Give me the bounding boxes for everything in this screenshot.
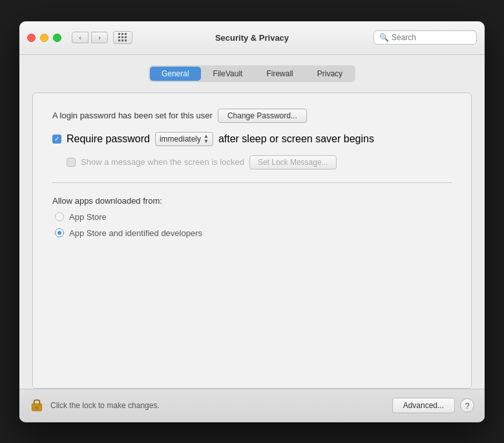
radio-app-store-label: App Store xyxy=(69,212,107,222)
section-divider xyxy=(52,182,452,183)
show-message-label: Show a message when the screen is locked xyxy=(81,157,244,167)
login-password-row: A login password has been set for this u… xyxy=(52,109,452,123)
require-password-label: Require password xyxy=(67,133,150,145)
require-password-checkbox[interactable]: ✓ xyxy=(52,135,61,144)
close-button[interactable] xyxy=(27,34,36,42)
require-password-row: ✓ Require password immediately ▲ ▼ after… xyxy=(52,132,452,146)
content-area: General FileVault Firewall Privacy A log… xyxy=(19,55,485,389)
allow-apps-label: Allow apps downloaded from: xyxy=(52,196,452,206)
main-panel: A login password has been set for this u… xyxy=(32,92,472,389)
fullscreen-button[interactable] xyxy=(53,34,61,42)
back-button[interactable]: ‹ xyxy=(72,32,89,43)
traffic-lights xyxy=(27,34,61,42)
after-sleep-text: after sleep or screen saver begins xyxy=(218,133,374,145)
tab-firewall[interactable]: Firewall xyxy=(255,67,304,81)
search-icon: 🔍 xyxy=(379,33,389,42)
show-message-row: Show a message when the screen is locked… xyxy=(52,155,452,169)
password-timing-dropdown[interactable]: immediately ▲ ▼ xyxy=(155,132,213,146)
advanced-button[interactable]: Advanced... xyxy=(392,398,455,413)
tabs-row: General FileVault Firewall Privacy xyxy=(32,65,472,82)
help-button[interactable]: ? xyxy=(460,398,474,413)
tab-privacy[interactable]: Privacy xyxy=(306,67,354,81)
dropdown-arrows-icon: ▲ ▼ xyxy=(204,134,209,144)
search-box[interactable]: 🔍 xyxy=(373,30,477,45)
nav-buttons: ‹ › xyxy=(72,32,108,43)
set-lock-message-button: Set Lock Message... xyxy=(249,155,337,169)
password-timing-value: immediately xyxy=(160,135,201,144)
tabs-container: General FileVault Firewall Privacy xyxy=(149,65,355,82)
minimize-button[interactable] xyxy=(40,34,48,42)
radio-app-store-identified-label: App Store and identified developers xyxy=(69,228,202,238)
bottom-bar: Click the lock to make changes. Advanced… xyxy=(19,389,485,422)
window-title: Security & Privacy xyxy=(215,33,289,43)
radio-app-store-button[interactable] xyxy=(55,212,64,221)
change-password-button[interactable]: Change Password... xyxy=(218,109,307,123)
lock-icon-wrap xyxy=(30,397,44,414)
tab-general[interactable]: General xyxy=(150,67,201,81)
radio-app-store-option[interactable]: App Store xyxy=(52,212,452,222)
svg-rect-2 xyxy=(36,407,37,409)
tab-filevault[interactable]: FileVault xyxy=(202,67,255,81)
main-window: ‹ › Security & Privacy 🔍 General FileVau… xyxy=(19,21,485,422)
grid-view-button[interactable] xyxy=(113,31,132,44)
show-message-checkbox[interactable] xyxy=(67,158,76,167)
click-lock-text: Click the lock to make changes. xyxy=(50,401,392,410)
forward-button[interactable]: › xyxy=(91,32,108,43)
radio-app-store-identified-option[interactable]: App Store and identified developers xyxy=(52,228,452,238)
login-password-text: A login password has been set for this u… xyxy=(52,111,213,120)
checkmark-icon: ✓ xyxy=(54,136,59,142)
lock-icon xyxy=(30,397,44,411)
allow-apps-section: Allow apps downloaded from: App Store Ap… xyxy=(52,196,452,238)
search-input[interactable] xyxy=(392,33,471,42)
grid-icon xyxy=(118,33,127,42)
titlebar: ‹ › Security & Privacy 🔍 xyxy=(19,21,485,55)
radio-selected-dot xyxy=(58,231,61,235)
radio-app-store-identified-button[interactable] xyxy=(55,228,64,237)
